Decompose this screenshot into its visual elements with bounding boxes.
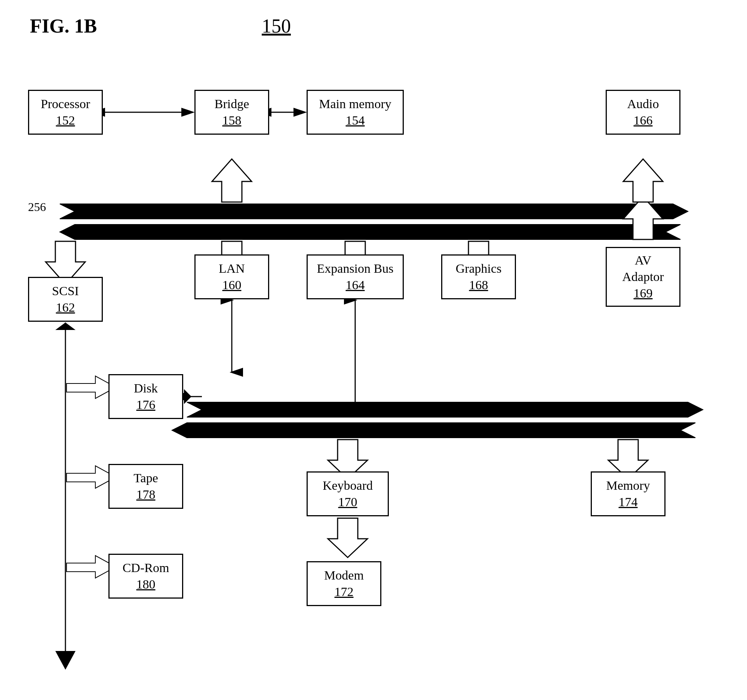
box-label-expansion-bus: Expansion Bus: [317, 261, 394, 277]
box-num-bridge: 158: [222, 112, 242, 129]
bus-right-arrow: [60, 204, 688, 219]
box-label-memory: Memory: [606, 477, 650, 494]
box-num-main-memory: 154: [346, 112, 365, 129]
box-num-graphics: 168: [469, 277, 488, 293]
bridge-bus-arrow: [212, 159, 252, 202]
box-scsi: SCSI162: [28, 277, 103, 322]
box-num-processor: 152: [56, 112, 75, 129]
scsi-down-arrowhead: [55, 651, 76, 670]
box-keyboard: Keyboard170: [307, 471, 389, 516]
box-tape: Tape178: [109, 464, 183, 509]
disk-left-arrow: [184, 389, 191, 404]
box-memory: Memory174: [591, 471, 665, 516]
bus-to-modem-arrow: [328, 518, 367, 558]
box-num-audio: 166: [634, 112, 653, 129]
bus-to-audio-arrow: [623, 159, 663, 202]
box-num-av-adaptor: 169: [634, 285, 653, 302]
box-num-tape: 178: [136, 486, 156, 503]
box-label-graphics: Graphics: [456, 261, 502, 277]
box-label-tape: Tape: [133, 470, 158, 486]
scsi-up-arrowhead: [55, 323, 76, 330]
box-label-scsi: SCSI: [52, 283, 79, 299]
bus-to-av-arrow: [623, 196, 663, 239]
box-num-modem: 172: [335, 583, 354, 600]
box-graphics: Graphics168: [441, 255, 516, 299]
box-num-expansion-bus: 164: [346, 277, 365, 293]
box-cd-rom: CD-Rom180: [109, 554, 183, 598]
box-main-memory: Main memory154: [307, 90, 404, 135]
figure-number: 150: [262, 15, 291, 37]
box-label-main-memory: Main memory: [319, 96, 392, 112]
box-num-disk: 176: [136, 397, 156, 413]
box-num-scsi: 162: [56, 299, 75, 316]
box-audio: Audio166: [606, 90, 680, 135]
box-label-keyboard: Keyboard: [323, 477, 373, 494]
box-label-cd-rom: CD-Rom: [122, 560, 169, 576]
box-label-modem: Modem: [324, 567, 364, 583]
bus-left-arrow: [60, 224, 680, 239]
box-num-memory: 174: [619, 494, 638, 510]
lower-bus-right: [187, 402, 703, 417]
box-label-av-adaptor: AVAdaptor: [622, 252, 664, 285]
box-bridge: Bridge158: [194, 90, 269, 135]
box-label-disk: Disk: [134, 380, 158, 397]
box-modem: Modem172: [307, 561, 381, 606]
box-processor: Processor152: [28, 90, 103, 135]
box-lan: LAN160: [194, 255, 269, 299]
box-label-bridge: Bridge: [215, 96, 250, 112]
box-num-keyboard: 170: [338, 494, 357, 510]
lower-bus-left: [172, 423, 696, 438]
box-label-lan: LAN: [219, 261, 245, 277]
bus-label: 256: [28, 200, 46, 214]
box-label-processor: Processor: [41, 96, 90, 112]
box-av-adaptor: AVAdaptor169: [606, 247, 680, 307]
figure-label: FIG. 1B: [30, 15, 97, 37]
box-disk: Disk176: [109, 374, 183, 419]
box-num-cd-rom: 180: [136, 576, 156, 592]
box-label-audio: Audio: [628, 96, 659, 112]
box-expansion-bus: Expansion Bus164: [307, 255, 404, 299]
box-num-lan: 160: [222, 277, 242, 293]
